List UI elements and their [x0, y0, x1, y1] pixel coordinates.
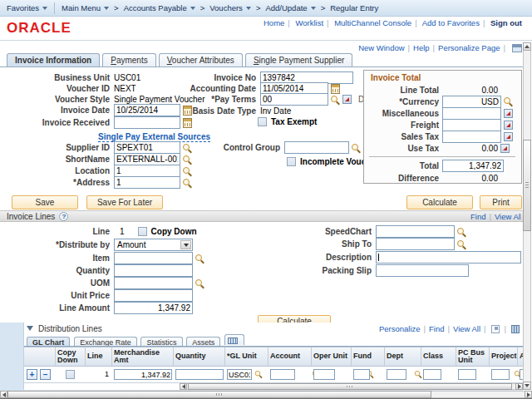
sales-tax-input[interactable]: [442, 131, 501, 143]
description-input[interactable]: [376, 251, 521, 264]
incomplete-voucher-checkbox[interactable]: [287, 157, 296, 166]
multichannel-console-link[interactable]: MultiChannel Console: [334, 18, 411, 27]
vscrollbar-up-arrow[interactable]: [523, 42, 531, 51]
add-to-favorites-link[interactable]: Add to Favorites: [422, 18, 480, 27]
grid-hscrollbar-right-arrow[interactable]: [515, 383, 523, 390]
freight-input[interactable]: [442, 119, 501, 131]
hscrollbar-thumb[interactable]: [7, 391, 431, 398]
personalize-link[interactable]: Personalize: [379, 324, 421, 333]
nav-vouchers[interactable]: Vouchers: [209, 3, 251, 12]
zoom-grid-icon[interactable]: [491, 325, 500, 333]
hscrollbar-right-arrow[interactable]: [525, 391, 532, 398]
quantity-input[interactable]: [114, 264, 193, 277]
row-gl-unit-input[interactable]: [227, 369, 252, 380]
single-pay-external-sources-link[interactable]: Single Pay External Sources: [98, 132, 210, 142]
shortname-input[interactable]: [114, 153, 180, 165]
speedchart-input[interactable]: [376, 225, 455, 238]
lookup-icon[interactable]: [254, 370, 263, 378]
line-amount-input[interactable]: [114, 302, 193, 314]
row-class-input[interactable]: [423, 369, 441, 380]
unit-price-input[interactable]: [114, 289, 193, 302]
tax-exempt-checkbox[interactable]: [258, 117, 267, 126]
control-group-input[interactable]: [284, 141, 349, 154]
lookup-icon[interactable]: [330, 95, 340, 105]
lookup-icon[interactable]: [195, 278, 204, 288]
row-oper-unit-input[interactable]: [313, 369, 335, 380]
download-icon[interactable]: [511, 325, 520, 333]
address-input[interactable]: [114, 176, 180, 189]
new-window-link[interactable]: New Window: [358, 43, 404, 52]
lookup-icon[interactable]: [182, 155, 192, 165]
nav-main-menu[interactable]: Main Menu: [62, 3, 109, 12]
view-all-link[interactable]: View All: [495, 212, 521, 221]
row-account-input[interactable]: [270, 369, 295, 380]
save-for-later-button[interactable]: Save For Later: [86, 195, 163, 209]
lookup-icon[interactable]: [182, 166, 192, 176]
collapse-triangle-icon[interactable]: [27, 326, 33, 331]
row-quantity-input[interactable]: [175, 369, 224, 380]
lookup-icon[interactable]: [503, 96, 513, 106]
tab-single-payment-supplier[interactable]: Single Payment Supplier: [245, 53, 353, 66]
nav-add-update[interactable]: Add/Update: [265, 3, 315, 12]
drilldown-icon[interactable]: [342, 95, 352, 104]
lookup-icon[interactable]: [182, 143, 192, 153]
invoice-date-input[interactable]: [114, 104, 180, 116]
lookup-icon[interactable]: [456, 227, 466, 237]
row-project-input[interactable]: [491, 369, 510, 380]
item-input[interactable]: [114, 252, 193, 264]
delete-row-button[interactable]: –: [40, 369, 51, 380]
calculate-button[interactable]: Calculate: [406, 195, 473, 209]
lookup-icon[interactable]: [195, 254, 204, 264]
grid-hscrollbar-thumb[interactable]: [188, 383, 512, 390]
row-dept-input[interactable]: [387, 369, 406, 380]
tab-invoice-information[interactable]: Invoice Information: [7, 53, 100, 66]
supplier-id-input[interactable]: [114, 141, 180, 154]
distribute-by-select[interactable]: Amount: [114, 239, 193, 251]
nav-accounts-payable[interactable]: Accounts Payable: [124, 3, 195, 12]
hscrollbar-left-arrow[interactable]: [0, 391, 7, 398]
uom-input[interactable]: [114, 277, 193, 289]
worklist-link[interactable]: Worklist: [295, 18, 323, 27]
help-icon[interactable]: [59, 212, 68, 221]
help-link[interactable]: Help: [413, 43, 430, 52]
dist-view-all-link[interactable]: View All: [453, 324, 480, 333]
location-input[interactable]: [114, 165, 180, 177]
find-link[interactable]: Find: [470, 212, 485, 221]
calendar-icon[interactable]: [183, 118, 192, 128]
drilldown-icon[interactable]: [504, 109, 513, 118]
copy-down-checkbox[interactable]: [138, 227, 147, 236]
save-button[interactable]: Save: [12, 195, 78, 209]
window-icon[interactable]: [512, 44, 522, 52]
miscellaneous-input[interactable]: [442, 107, 501, 120]
ship-to-input[interactable]: [376, 238, 455, 250]
lookup-icon[interactable]: [456, 239, 466, 249]
row-pc-bus-unit-input[interactable]: [458, 369, 476, 380]
add-row-button[interactable]: +: [27, 369, 37, 380]
personalize-page-link[interactable]: Personalize Page: [438, 43, 500, 52]
lookup-icon[interactable]: [414, 370, 422, 378]
drilldown-icon[interactable]: [500, 144, 510, 153]
pay-terms-input[interactable]: [260, 93, 328, 106]
calendar-icon[interactable]: [331, 84, 340, 94]
nav-favorites[interactable]: Favorites: [7, 3, 47, 12]
row-merchandise-amt-input[interactable]: [114, 369, 172, 380]
print-button[interactable]: Print: [480, 195, 522, 209]
grid-hscrollbar-left-arrow[interactable]: [180, 383, 187, 390]
drilldown-icon[interactable]: [504, 121, 513, 130]
vscrollbar-down-arrow[interactable]: [523, 382, 531, 390]
home-link[interactable]: Home: [264, 18, 284, 27]
currency-input[interactable]: [442, 96, 501, 108]
drilldown-icon[interactable]: [504, 132, 513, 141]
show-all-columns-icon[interactable]: [224, 334, 244, 345]
tab-payments[interactable]: Payments: [102, 53, 155, 66]
dist-find-link[interactable]: Find: [429, 324, 444, 333]
lookup-icon[interactable]: [351, 143, 361, 153]
total-input[interactable]: [442, 160, 504, 172]
row-copy-down-checkbox[interactable]: [66, 370, 75, 379]
vscrollbar-thumb[interactable]: [523, 140, 531, 231]
sign-out-link[interactable]: Sign out: [490, 18, 522, 27]
row-fund-input[interactable]: [353, 369, 370, 380]
packing-slip-input[interactable]: [376, 264, 469, 277]
lookup-icon[interactable]: [182, 178, 192, 188]
invoice-received-input[interactable]: [114, 116, 180, 129]
